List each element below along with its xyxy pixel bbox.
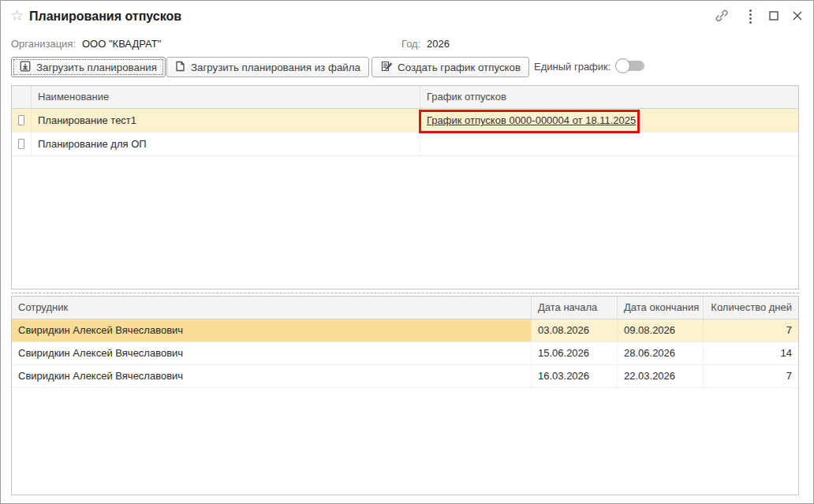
plans-header-schedule[interactable]: График отпусков — [420, 86, 798, 108]
plan-name-cell[interactable]: Планирование для ОП — [32, 133, 420, 155]
app-window: ☆ Планирования отпусков Орга — [0, 0, 814, 504]
file-icon — [175, 61, 185, 74]
days-count-cell[interactable]: 7 — [704, 319, 798, 342]
start-date-cell[interactable]: 03.08.2026 — [532, 319, 618, 342]
toggle-knob — [615, 58, 630, 73]
employee-name-cell[interactable]: Свиридкин Алексей Вячеславович — [12, 365, 532, 387]
employees-header-end-date[interactable]: Дата окончания — [618, 297, 704, 319]
load-plannings-label: Загрузить планирования — [36, 62, 157, 73]
get-link-button[interactable] — [713, 9, 730, 24]
maximize-icon — [769, 11, 779, 23]
employees-header-days[interactable]: Количество дней — [704, 297, 798, 319]
employees-table-header: Сотрудник Дата начала Дата окончания Кол… — [12, 297, 798, 319]
employees-table-row[interactable]: Свиридкин Алексей Вячеславович 15.06.202… — [12, 342, 798, 365]
employees-header-start-date[interactable]: Дата начала — [532, 297, 618, 319]
organization-label: Организация: — [11, 38, 76, 50]
plan-schedule-cell — [420, 133, 798, 155]
employee-name-cell[interactable]: Свиридкин Алексей Вячеславович — [12, 319, 532, 342]
end-date-cell[interactable]: 22.03.2026 — [618, 365, 704, 387]
end-date-cell[interactable]: 09.08.2026 — [618, 319, 704, 342]
plans-table: Наименование График отпусков Планировани… — [11, 85, 799, 289]
plans-table-row[interactable]: Планирование для ОП — [12, 133, 798, 156]
employees-table-row[interactable]: Свиридкин Алексей Вячеславович 16.03.202… — [12, 365, 798, 388]
load-plannings-button[interactable]: Загрузить планирования — [11, 57, 166, 77]
row-checkbox[interactable] — [18, 139, 24, 149]
load-plannings-from-file-label: Загрузить планирования из файла — [191, 62, 360, 73]
close-button[interactable] — [789, 9, 806, 24]
more-menu-button[interactable] — [741, 9, 759, 24]
employee-name-cell[interactable]: Свиридкин Алексей Вячеславович — [12, 342, 532, 364]
start-date-cell[interactable]: 16.03.2026 — [532, 365, 618, 387]
employees-table: Сотрудник Дата начала Дата окончания Кол… — [11, 296, 799, 495]
plans-header-checkbox-column — [12, 86, 32, 108]
load-plannings-from-file-button[interactable]: Загрузить планирования из файла — [166, 57, 369, 77]
download-icon — [20, 61, 31, 74]
create-vacation-schedule-button[interactable]: Создать график отпусков — [372, 57, 529, 77]
row-checkbox-cell — [12, 133, 32, 155]
end-date-cell[interactable]: 28.06.2026 — [618, 342, 704, 364]
panel-splitter-handle[interactable] — [11, 293, 799, 293]
close-icon — [793, 11, 802, 23]
titlebar: ☆ Планирования отпусков — [1, 1, 813, 32]
plans-table-row[interactable]: Планирование тест1 График отпусков 0000-… — [12, 109, 798, 133]
start-date-cell[interactable]: 15.06.2026 — [532, 342, 618, 364]
document-pencil-icon — [380, 61, 392, 74]
row-checkbox-cell — [12, 109, 32, 132]
days-count-cell[interactable]: 7 — [704, 365, 798, 387]
employees-table-row[interactable]: Свиридкин Алексей Вячеславович 03.08.202… — [12, 319, 798, 342]
favorite-star-icon[interactable]: ☆ — [10, 8, 24, 24]
year-value[interactable]: 2026 — [427, 38, 450, 50]
row-checkbox[interactable] — [18, 115, 24, 125]
days-count-cell[interactable]: 14 — [704, 342, 798, 364]
page-title: Планирования отпусков — [29, 9, 181, 24]
single-schedule-toggle[interactable] — [615, 58, 645, 73]
plan-name-cell[interactable]: Планирование тест1 — [32, 109, 420, 132]
vacation-schedule-link[interactable]: График отпусков 0000-000004 от 18.11.202… — [427, 114, 636, 126]
plan-schedule-cell: График отпусков 0000-000004 от 18.11.202… — [420, 109, 798, 132]
organization-value[interactable]: ООО "КВАДРАТ" — [82, 38, 161, 50]
plans-table-header: Наименование График отпусков — [12, 86, 798, 109]
link-chain-icon — [715, 9, 729, 24]
single-schedule-label: Единый график: — [534, 61, 610, 73]
employees-header-employee[interactable]: Сотрудник — [12, 297, 532, 319]
create-vacation-schedule-label: Создать график отпусков — [398, 62, 521, 73]
toolbar: Загрузить планирования Загрузить планиро… — [1, 56, 813, 78]
plans-header-name[interactable]: Наименование — [32, 86, 420, 108]
year-label: Год: — [401, 38, 420, 50]
maximize-button[interactable] — [765, 9, 782, 24]
kebab-icon — [749, 9, 752, 24]
